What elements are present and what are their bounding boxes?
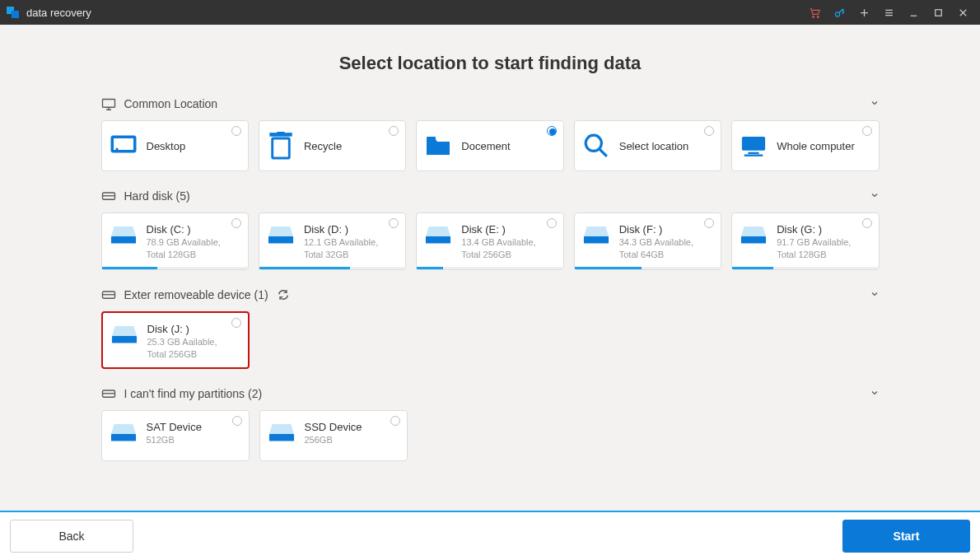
- device-name: SAT Device: [147, 421, 202, 433]
- radio-icon: [390, 416, 400, 426]
- back-button[interactable]: Back: [10, 520, 133, 553]
- disk-meta: 12.1 GB Available,: [304, 236, 378, 248]
- card-label: Recycle: [304, 140, 342, 152]
- svg-rect-29: [268, 434, 293, 441]
- radio-icon: [231, 218, 241, 228]
- chevron-down-icon[interactable]: [870, 387, 880, 400]
- svg-rect-17: [749, 152, 759, 154]
- search-icon: [583, 134, 609, 157]
- disk-meta: Total 256GB: [147, 348, 217, 360]
- drive-icon: [110, 421, 137, 444]
- svg-rect-13: [277, 132, 284, 133]
- disk-name: Disk (E: ): [461, 223, 535, 236]
- start-button[interactable]: Start: [842, 520, 970, 553]
- svg-rect-1: [12, 11, 19, 18]
- svg-rect-21: [268, 236, 293, 243]
- card-label: Desktop: [147, 140, 186, 152]
- drive-icon: [583, 223, 609, 246]
- drive-icon: [110, 223, 137, 246]
- card-disk-e[interactable]: Disk (E: ) 13.4 GB Available, Total 256G…: [416, 212, 563, 270]
- common-row: Desktop Recycle Docement Select location: [101, 120, 880, 171]
- card-whole-computer[interactable]: Whole computer: [731, 120, 879, 171]
- card-select-location[interactable]: Select location: [574, 120, 721, 171]
- chevron-down-icon[interactable]: [870, 97, 880, 110]
- card-disk-c[interactable]: Disk (C: ) 78.9 GB Available, Total 128G…: [101, 212, 249, 270]
- content: Common Location Desktop Recycle Docement: [101, 97, 880, 461]
- radio-icon: [389, 126, 399, 136]
- radio-icon: [231, 318, 241, 328]
- card-disk-g[interactable]: Disk (G: ) 91.7 GB Available, Total 128G…: [731, 212, 879, 270]
- radio-icon: [232, 416, 242, 426]
- section-label: I can't find my partitions (2): [124, 387, 263, 400]
- card-label: Whole computer: [777, 140, 855, 152]
- removable-row: Disk (J: ) 25.3 GB Aailable, Total 256GB: [101, 311, 880, 369]
- close-icon[interactable]: [950, 0, 975, 25]
- monitor-outline-icon: [101, 98, 116, 110]
- usage-bar: [575, 267, 721, 269]
- card-disk-f[interactable]: Disk (F: ) 34.3 GB Available, Total 64GB: [574, 212, 721, 270]
- section-header-hard-disk[interactable]: Hard disk (5): [101, 189, 880, 203]
- disk-meta: Total 64GB: [619, 249, 693, 260]
- cart-icon[interactable]: [802, 0, 827, 25]
- maximize-icon[interactable]: [926, 0, 950, 25]
- disk-name: Disk (G: ): [777, 223, 851, 236]
- footer: Back Start: [0, 511, 980, 560]
- svg-rect-16: [742, 137, 765, 151]
- disk-meta: 13.4 GB Available,: [461, 236, 535, 248]
- drive-icon: [425, 223, 451, 246]
- key-icon[interactable]: [827, 0, 852, 25]
- card-recycle[interactable]: Recycle: [259, 120, 406, 171]
- svg-rect-5: [935, 9, 941, 16]
- device-meta: 256GB: [305, 434, 362, 446]
- svg-rect-28: [110, 434, 135, 441]
- disk-meta: 91.7 GB Available,: [777, 236, 851, 248]
- trash-icon: [268, 134, 294, 157]
- drive-icon: [268, 223, 294, 246]
- disk-name: Disk (D: ): [304, 223, 378, 236]
- radio-icon: [547, 218, 557, 228]
- card-ssd-device[interactable]: SSD Device 256GB: [259, 410, 408, 461]
- svg-rect-22: [426, 236, 450, 243]
- refresh-icon[interactable]: [277, 288, 290, 301]
- usage-bar: [102, 267, 248, 269]
- svg-point-10: [115, 147, 118, 150]
- lost-row: SAT Device 512GB SSD Device 256GB: [101, 410, 880, 461]
- radio-icon: [704, 218, 714, 228]
- menu-icon[interactable]: [876, 0, 901, 25]
- section-header-lost[interactable]: I can't find my partitions (2): [101, 387, 880, 400]
- disk-name: Disk (J: ): [147, 323, 217, 335]
- chevron-down-icon[interactable]: [870, 189, 880, 203]
- section-header-removable[interactable]: Exter removeable device (1): [101, 288, 880, 301]
- card-label: Select location: [619, 140, 689, 152]
- radio-icon: [862, 126, 872, 136]
- section-header-common[interactable]: Common Location: [101, 97, 880, 110]
- svg-rect-6: [102, 99, 114, 107]
- card-disk-d[interactable]: Disk (D: ) 12.1 GB Available, Total 32GB: [259, 212, 406, 270]
- device-meta: 512GB: [147, 434, 202, 446]
- chevron-down-icon[interactable]: [870, 288, 880, 301]
- app-title: data recovery: [26, 7, 91, 19]
- svg-rect-11: [273, 138, 290, 158]
- disk-outline-icon: [101, 289, 116, 301]
- section-label: Exter removeable device (1): [124, 288, 268, 301]
- card-document[interactable]: Docement: [416, 120, 563, 171]
- disk-meta: 78.9 GB Available,: [147, 236, 221, 248]
- card-sat-device[interactable]: SAT Device 512GB: [101, 410, 250, 461]
- disk-meta: 34.3 GB Available,: [619, 236, 693, 248]
- app-logo-icon: [7, 6, 20, 19]
- card-disk-j[interactable]: Disk (J: ) 25.3 GB Aailable, Total 256GB: [101, 311, 250, 369]
- svg-point-15: [586, 135, 601, 151]
- card-desktop[interactable]: Desktop: [101, 120, 249, 171]
- disk-outline-icon: [101, 388, 116, 399]
- disk-meta: Total 128GB: [147, 249, 221, 260]
- disk-name: Disk (F: ): [619, 223, 693, 236]
- radio-icon: [862, 218, 872, 228]
- usage-bar: [417, 267, 562, 269]
- drive-icon: [740, 223, 767, 246]
- usage-bar: [259, 267, 405, 269]
- svg-rect-18: [744, 154, 763, 156]
- hard-disk-row: Disk (C: ) 78.9 GB Available, Total 128G…: [101, 212, 880, 270]
- plus-icon[interactable]: [852, 0, 876, 25]
- minimize-icon[interactable]: [901, 0, 926, 25]
- disk-meta: Total 256GB: [461, 249, 535, 260]
